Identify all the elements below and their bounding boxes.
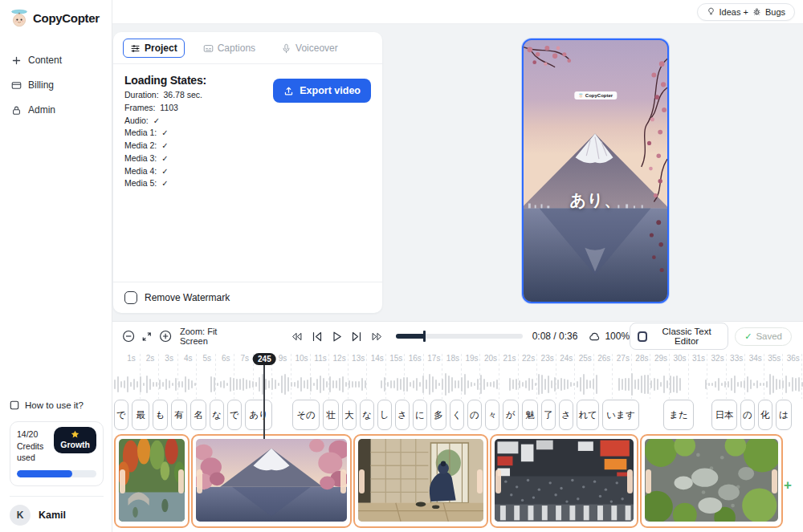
clip-thumbnail-shibuya-crossing[interactable] (495, 439, 634, 522)
clip-trim-handle-left[interactable] (197, 469, 202, 493)
waveform-bar (246, 380, 247, 390)
caption-word[interactable]: 最 (132, 400, 149, 430)
clip-tea-ceremony[interactable] (353, 434, 488, 528)
caption-word[interactable]: 名 (190, 400, 206, 430)
caption-word[interactable]: 壮 (323, 400, 339, 430)
caption-word[interactable]: 魅 (522, 400, 538, 430)
timeline-ruler[interactable]: 1s2s3s4s5s6s7s8s9s10s11s12s13s14s15s16s1… (112, 352, 803, 365)
sidebar-item-billing[interactable]: Billing (10, 76, 104, 94)
waveform-bar (172, 383, 173, 386)
playhead-line[interactable] (263, 359, 265, 439)
export-video-button[interactable]: Export video (273, 79, 371, 103)
caption-word[interactable]: 化 (758, 400, 772, 430)
user-row[interactable]: K Kamil (10, 496, 104, 526)
waveform-bar (772, 376, 774, 392)
feedback-button[interactable]: Ideas + Bugs (697, 3, 795, 21)
clip-trim-handle-left[interactable] (359, 469, 365, 493)
fast-forward-button[interactable] (371, 331, 383, 343)
bug-icon (752, 7, 761, 16)
caption-word[interactable]: さ (395, 400, 410, 430)
caption-word[interactable]: も (153, 400, 168, 430)
clip-thumbnail-tea-ceremony[interactable] (358, 439, 483, 522)
video-square-icon (10, 400, 19, 410)
caption-word[interactable]: で (114, 400, 128, 430)
waveform-bar (596, 375, 597, 394)
remove-watermark-checkbox[interactable] (124, 291, 137, 304)
caption-word[interactable]: れて (577, 400, 599, 430)
caption-word[interactable]: 了 (541, 400, 556, 430)
clip-autumn-garden[interactable] (114, 434, 190, 528)
skip-start-button[interactable] (311, 331, 323, 343)
captions-icon (203, 43, 214, 54)
caption-word[interactable]: の (740, 400, 755, 430)
caption-word[interactable]: さ (559, 400, 573, 430)
waveform-bar (133, 379, 135, 390)
caption-word[interactable]: います (602, 400, 639, 430)
caption-word[interactable]: く (450, 400, 464, 430)
logo[interactable]: CopyCopter (10, 6, 104, 32)
caption-word[interactable]: その (292, 400, 320, 430)
caption-word[interactable]: に (413, 400, 427, 430)
waveform-bar (332, 380, 334, 388)
credits-card[interactable]: 14/20 Credits used Growth (10, 421, 104, 486)
classic-text-editor-checkbox[interactable] (638, 331, 647, 342)
clip-trim-handle-left[interactable] (495, 469, 501, 493)
clip-trim-handle-right[interactable] (772, 469, 777, 493)
clip-shibuya-crossing[interactable] (490, 434, 638, 528)
caption-word[interactable]: は (776, 400, 792, 430)
caption-word[interactable]: な (360, 400, 374, 430)
waveform-bar (162, 382, 164, 387)
clip-trim-handle-right[interactable] (627, 469, 633, 493)
audio-waveform[interactable] (112, 370, 803, 399)
clip-fuji-lake[interactable] (191, 434, 352, 528)
clip-trim-handle-left[interactable] (646, 469, 651, 493)
clip-trim-handle-right[interactable] (477, 469, 483, 493)
lightbulb-icon (707, 7, 715, 16)
caption-word[interactable]: あり (245, 400, 272, 430)
fit-screen-button[interactable] (141, 331, 153, 343)
caption-word[interactable]: 多 (430, 400, 446, 430)
playhead-frame-badge[interactable]: 245 (253, 353, 276, 365)
caption-word[interactable]: また (663, 400, 694, 430)
play-button[interactable] (331, 331, 343, 343)
classic-text-editor-toggle[interactable]: Classic Text Editor (630, 323, 728, 350)
caption-word[interactable]: 有 (171, 400, 187, 430)
caption-word[interactable]: 大 (342, 400, 357, 430)
zoom-out-button[interactable] (122, 329, 135, 343)
clip-trim-handle-right[interactable] (340, 469, 346, 493)
caption-word[interactable]: で (227, 400, 242, 430)
caption-word[interactable]: し (377, 400, 392, 430)
caption-word[interactable]: が (503, 400, 519, 430)
tab-project[interactable]: Project (123, 39, 185, 58)
clip-zen-garden[interactable] (640, 434, 783, 528)
waveform-bar (551, 380, 552, 389)
waveform-bar (711, 383, 713, 386)
clip-trim-handle-left[interactable] (120, 469, 125, 493)
skip-end-button[interactable] (351, 331, 363, 343)
caption-word[interactable]: 々 (485, 400, 499, 430)
logo-text: CopyCopter (33, 11, 100, 25)
caption-word[interactable]: の (467, 400, 482, 430)
stat-label: Media 5: (124, 178, 157, 188)
sidebar-item-content[interactable]: Content (10, 51, 104, 69)
credits-label: 14/20 Credits used (17, 428, 54, 463)
how-to-use-link[interactable]: How to use it? (10, 397, 104, 413)
clip-thumbnail-autumn-garden[interactable] (119, 439, 185, 522)
tab-captions[interactable]: Captions (196, 39, 263, 58)
waveform-bar (638, 379, 639, 390)
video-preview[interactable]: CopyCopter あり、 (522, 39, 669, 303)
clip-thumbnail-fuji-lake[interactable] (196, 439, 347, 522)
upload-icon (283, 86, 294, 96)
seek-handle[interactable] (423, 331, 426, 342)
seek-slider[interactable] (396, 334, 523, 339)
zoom-in-button[interactable] (159, 329, 172, 343)
clip-thumbnail-zen-garden[interactable] (645, 439, 778, 522)
sidebar-item-admin[interactable]: Admin (10, 101, 104, 119)
caption-word[interactable]: な (210, 400, 224, 430)
add-clip-button[interactable]: + (784, 478, 792, 492)
waveform-bar (657, 379, 658, 389)
clip-trim-handle-right[interactable] (178, 469, 184, 493)
caption-word[interactable]: 日本 (711, 400, 737, 430)
rewind-button[interactable] (291, 331, 303, 343)
tab-voiceover[interactable]: Voiceover (274, 39, 345, 58)
